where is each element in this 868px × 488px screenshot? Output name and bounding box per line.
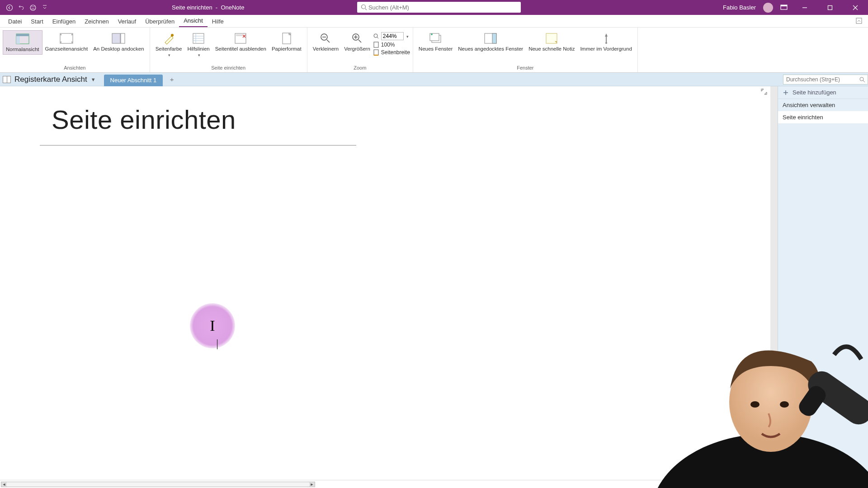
svg-rect-8	[856, 18, 862, 23]
svg-point-1	[30, 5, 36, 10]
vergroessern-button[interactable]: Vergrößern	[341, 30, 373, 54]
tab-hilfe[interactable]: Hilfe	[208, 16, 228, 27]
collapse-ribbon-icon[interactable]	[855, 17, 863, 25]
page-search-input[interactable]	[783, 75, 868, 84]
svg-rect-18	[236, 34, 242, 36]
label: Immer im Vordergrund	[580, 46, 632, 52]
new-window-icon	[429, 32, 443, 45]
svg-point-0	[7, 5, 13, 10]
zoom-value-input[interactable]	[381, 32, 404, 40]
papierformat-button[interactable]: Papierformat	[269, 30, 304, 54]
ribbon: Normalansicht Ganzseitenansicht An Deskt…	[0, 28, 868, 73]
label: Hilfslinien	[187, 46, 209, 52]
tab-ueberpruefen[interactable]: Überprüfen	[141, 16, 179, 27]
close-button[interactable]	[845, 0, 865, 15]
neues-angedocktes-fenster-button[interactable]: Neues angedocktes Fenster	[455, 30, 526, 54]
svg-rect-13	[112, 33, 120, 43]
normalansicht-button[interactable]: Normalansicht	[3, 30, 42, 55]
label: 100%	[381, 42, 395, 48]
group-zoom: Verkleinern Vergrößern 100% Seitenbreite…	[307, 28, 413, 72]
user-avatar[interactable]	[763, 3, 773, 13]
zoom-pagewidth-button[interactable]: Seitenbreite	[373, 49, 410, 56]
zoom-out-icon	[318, 32, 333, 45]
global-search[interactable]	[357, 2, 521, 13]
label: Ganzseitenansicht	[45, 46, 88, 52]
search-icon	[859, 76, 865, 83]
zoom-dropdown-icon[interactable]	[406, 33, 409, 39]
svg-rect-24	[374, 50, 378, 55]
tab-start[interactable]: Start	[26, 16, 47, 27]
qat-dropdown-icon[interactable]	[41, 4, 49, 12]
group-label: Seite einrichten	[211, 64, 245, 72]
always-on-top-icon	[599, 32, 613, 45]
pagewidth-icon	[373, 49, 379, 56]
page-icon	[373, 42, 379, 48]
undo-icon[interactable]	[17, 4, 25, 12]
title-underline	[40, 145, 356, 145]
svg-point-15	[171, 34, 174, 37]
label: Seite hinzufügen	[793, 89, 836, 96]
group-label: Ansichten	[64, 64, 85, 72]
svg-point-34	[750, 401, 760, 408]
tab-zeichnen[interactable]: Zeichnen	[80, 16, 113, 27]
user-name[interactable]: Fabio Basler	[723, 4, 756, 11]
notebook-bar: Registerkarte Ansicht ▼ Neuer Abschnitt …	[0, 73, 868, 86]
svg-point-22	[374, 34, 377, 38]
add-page-button[interactable]: Seite hinzufügen	[778, 86, 868, 99]
notebook-icon[interactable]	[3, 76, 11, 83]
neues-fenster-button[interactable]: Neues Fenster	[416, 30, 455, 54]
label: Normalansicht	[6, 47, 39, 52]
label: Vergrößern	[344, 46, 370, 52]
label: Neue schnelle Notiz	[528, 46, 575, 52]
hide-title-icon	[233, 32, 248, 45]
zoom-100-button[interactable]: 100%	[373, 42, 410, 48]
group-fenster: Neues Fenster Neues angedocktes Fenster …	[413, 28, 638, 72]
maximize-button[interactable]	[820, 0, 840, 15]
label: Seitentitel ausblenden	[215, 46, 266, 52]
global-search-input[interactable]	[368, 4, 517, 11]
neue-schnelle-notiz-button[interactable]: Neue schnelle Notiz	[526, 30, 577, 54]
quick-note-icon	[544, 32, 559, 45]
svg-point-4	[362, 5, 366, 9]
scroll-right-icon[interactable]: ►	[309, 482, 315, 487]
svg-rect-14	[121, 33, 125, 43]
zoom-controls: 100% Seitenbreite	[373, 30, 410, 56]
seitenfarbe-button[interactable]: Seitenfarbe	[153, 30, 185, 60]
seitentitel-ausblenden-button[interactable]: Seitentitel ausblenden	[212, 30, 269, 54]
minimize-button[interactable]	[795, 0, 815, 15]
ganzseitenansicht-button[interactable]: Ganzseitenansicht	[42, 30, 91, 54]
page-item-1[interactable]: Seite einrichten	[778, 111, 868, 123]
page-item-0[interactable]: Ansichten verwalten	[778, 99, 868, 111]
horizontal-scrollbar[interactable]: ◄ ►	[1, 482, 315, 487]
notebook-name[interactable]: Registerkarte Ansicht	[14, 75, 87, 84]
qat	[0, 4, 49, 12]
tab-datei[interactable]: Datei	[4, 16, 26, 27]
search-icon	[361, 4, 367, 10]
verkleinern-button[interactable]: Verkleinern	[310, 30, 342, 54]
tab-einfuegen[interactable]: Einfügen	[48, 16, 80, 27]
scroll-left-icon[interactable]: ◄	[1, 482, 7, 487]
tab-verlauf[interactable]: Verlauf	[113, 16, 141, 27]
ribbon-tabs: Datei Start Einfügen Zeichnen Verlauf Üb…	[0, 15, 868, 28]
section-tab[interactable]: Neuer Abschnitt 1	[104, 75, 163, 86]
svg-rect-6	[781, 5, 787, 6]
page-title[interactable]: Seite einrichten	[52, 104, 236, 135]
back-icon[interactable]	[5, 4, 14, 12]
an-desktop-andocken-button[interactable]: An Desktop andocken	[90, 30, 147, 54]
svg-point-3	[33, 6, 34, 7]
hilfslinien-button[interactable]: Hilfslinien	[184, 30, 212, 60]
docked-window-icon	[483, 32, 498, 45]
ribbon-display-icon[interactable]	[778, 3, 789, 12]
immer-im-vordergrund-button[interactable]: Immer im Vordergrund	[577, 30, 634, 54]
expand-icon[interactable]	[760, 88, 769, 96]
add-section-button[interactable]: +	[167, 75, 176, 84]
notebook-dropdown-icon[interactable]: ▼	[91, 77, 96, 82]
group-label: Fenster	[517, 64, 533, 72]
svg-rect-23	[374, 42, 378, 47]
page-search[interactable]	[783, 75, 868, 84]
touch-mode-icon[interactable]	[29, 4, 37, 12]
svg-point-30	[605, 42, 607, 44]
tab-ansicht[interactable]: Ansicht	[179, 15, 208, 27]
cursor-highlight: I	[190, 303, 235, 348]
dock-desktop-icon	[111, 32, 126, 45]
